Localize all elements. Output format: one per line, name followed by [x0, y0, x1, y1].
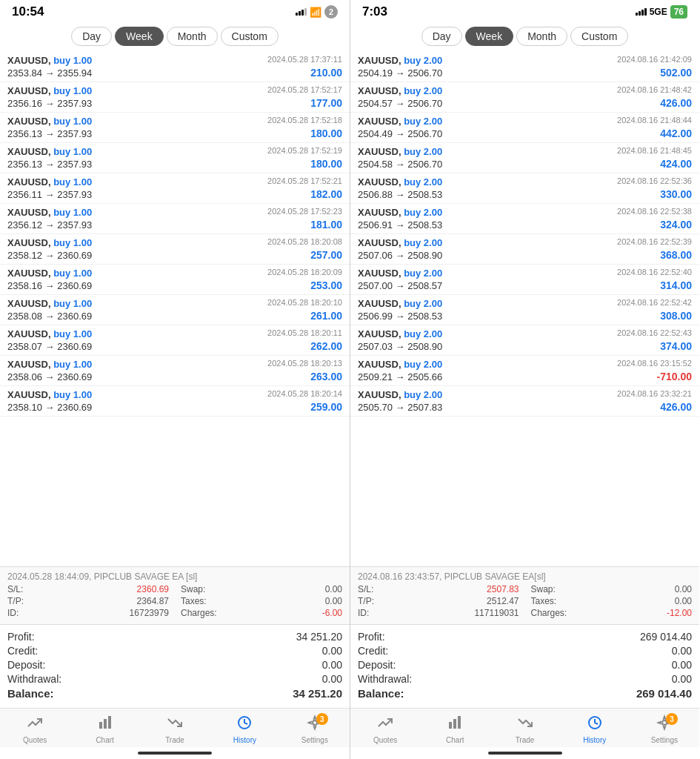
trade-price-range: 2504.49 → 2506.70: [358, 128, 442, 139]
table-row[interactable]: XAUUSD, buy 1.00 2024.05.28 17:52:17 235…: [0, 82, 350, 113]
tab-week-left[interactable]: Week: [115, 27, 164, 46]
tab-custom-left[interactable]: Custom: [221, 27, 279, 46]
tab-month-left[interactable]: Month: [167, 27, 218, 46]
balance-label-right: Balance:: [358, 687, 404, 700]
swap-label: Swap:: [181, 584, 205, 594]
tab-month-right[interactable]: Month: [516, 27, 567, 46]
table-row[interactable]: XAUUSD, buy 1.00 2024.05.28 18:20:11 235…: [0, 325, 350, 356]
trade-price-range: 2356.16 → 2357.93: [7, 98, 92, 109]
home-indicator-right: [350, 747, 699, 759]
sl-label: S/L:: [7, 584, 23, 594]
withdrawal-value-left: 0.00: [322, 673, 342, 685]
nav-label-trade-right: Trade: [516, 736, 535, 744]
trade-price-range: 2358.06 → 2360.69: [7, 371, 92, 382]
tab-day-left[interactable]: Day: [71, 27, 112, 46]
trade-list-right[interactable]: XAUUSD, buy 2.00 2024.08.16 21:42:09 250…: [350, 52, 699, 566]
trade-datetime: 2024.08.16 22:52:36: [617, 176, 692, 185]
table-row[interactable]: XAUUSD, buy 1.00 2024.05.28 17:52:19 235…: [0, 143, 350, 173]
nav-label-settings-right: Settings: [651, 736, 678, 744]
trade-profit: 257.00: [310, 249, 342, 261]
trade-symbol: XAUUSD, buy 2.00: [358, 328, 442, 339]
table-row[interactable]: XAUUSD, buy 2.00 2024.08.16 23:15:52 250…: [350, 356, 699, 386]
nav-label-history-right: History: [583, 736, 606, 744]
nav-trade-right[interactable]: Trade: [490, 715, 559, 744]
nav-trade-left[interactable]: Trade: [140, 715, 210, 744]
nav-chart-left[interactable]: Chart: [70, 715, 139, 744]
svg-rect-5: [449, 722, 452, 729]
trade-price-range: 2507.00 → 2508.57: [358, 280, 442, 291]
nav-settings-right[interactable]: 3 Settings: [630, 715, 699, 744]
table-row[interactable]: XAUUSD, buy 2.00 2024.08.16 22:52:40 250…: [350, 265, 699, 295]
trade-datetime: 2024.08.16 22:52:40: [617, 268, 692, 276]
table-row[interactable]: XAUUSD, buy 2.00 2024.08.16 22:52:39 250…: [350, 234, 699, 265]
settings-badge-right: 3: [666, 713, 678, 725]
id-label-right: ID:: [358, 608, 369, 618]
table-row[interactable]: XAUUSD, buy 1.00 2024.05.28 17:52:21 235…: [0, 173, 350, 204]
nav-settings-left[interactable]: 3 Settings: [280, 715, 350, 744]
table-row[interactable]: XAUUSD, buy 1.00 2024.05.28 18:20:09 235…: [0, 265, 350, 295]
table-row[interactable]: XAUUSD, buy 2.00 2024.08.16 22:52:36 250…: [350, 173, 699, 204]
taxes-value-right: 0.00: [675, 596, 692, 606]
table-row[interactable]: XAUUSD, buy 2.00 2024.08.16 21:48:45 250…: [350, 143, 699, 173]
trade-profit: 210.00: [310, 67, 342, 79]
credit-value-left: 0.00: [322, 645, 342, 657]
trade-price-range: 2358.12 → 2360.69: [7, 250, 92, 261]
trade-price-range: 2506.91 → 2508.53: [358, 219, 442, 231]
chart-icon-left: [97, 715, 113, 735]
table-row[interactable]: XAUUSD, buy 2.00 2024.08.16 23:32:21 250…: [350, 386, 699, 417]
balance-row-left: Balance: 34 251.20: [7, 687, 342, 700]
table-row[interactable]: XAUUSD, buy 2.00 2024.08.16 21:48:42 250…: [350, 82, 699, 113]
svg-rect-0: [99, 722, 102, 729]
trade-profit: 374.00: [660, 340, 692, 352]
table-row[interactable]: XAUUSD, buy 2.00 2024.08.16 22:52:38 250…: [350, 204, 699, 234]
trade-profit: 262.00: [310, 340, 342, 352]
summary-title-right: 2024.08.16 23:43:57, PIPCLUB SAVAGE EA[s…: [358, 571, 692, 582]
trade-symbol: XAUUSD, buy 1.00: [7, 237, 92, 248]
trade-datetime: 2024.05.28 18:20:08: [267, 237, 342, 246]
trade-profit: 442.00: [660, 127, 692, 139]
table-row[interactable]: XAUUSD, buy 2.00 2024.08.16 22:52:43 250…: [350, 325, 699, 356]
profit-label-right: Profit:: [358, 631, 385, 643]
bottom-nav-right: Quotes Chart Trade: [350, 708, 699, 747]
trade-datetime: 2024.05.28 18:20:10: [267, 298, 342, 307]
tab-day-right[interactable]: Day: [421, 27, 462, 46]
nav-label-quotes-left: Quotes: [23, 736, 47, 744]
swap-label-right: Swap:: [531, 584, 556, 594]
nav-quotes-left[interactable]: Quotes: [0, 715, 70, 744]
table-row[interactable]: XAUUSD, buy 1.00 2024.05.28 18:20:08 235…: [0, 234, 350, 265]
table-row[interactable]: XAUUSD, buy 1.00 2024.05.28 18:20:13 235…: [0, 356, 350, 386]
trade-datetime: 2024.08.16 21:48:44: [617, 116, 692, 125]
table-row[interactable]: XAUUSD, buy 1.00 2024.05.28 17:52:23 235…: [0, 204, 350, 234]
nav-quotes-right[interactable]: Quotes: [350, 715, 420, 744]
table-row[interactable]: XAUUSD, buy 1.00 2024.05.28 17:37:11 235…: [0, 52, 350, 82]
trade-symbol: XAUUSD, buy 2.00: [358, 116, 442, 127]
trade-profit: 308.00: [660, 310, 692, 322]
trade-datetime: 2024.05.28 17:37:11: [267, 55, 342, 64]
tp-label: T/P:: [7, 596, 24, 606]
trade-list-left[interactable]: XAUUSD, buy 1.00 2024.05.28 17:37:11 235…: [0, 52, 350, 566]
nav-history-right[interactable]: History: [560, 715, 630, 744]
nav-chart-right[interactable]: Chart: [420, 715, 490, 744]
trade-price-range: 2507.06 → 2508.90: [358, 250, 442, 261]
table-row[interactable]: XAUUSD, buy 2.00 2024.08.16 21:48:44 250…: [350, 113, 699, 143]
table-row[interactable]: XAUUSD, buy 1.00 2024.05.28 18:20:10 235…: [0, 295, 350, 325]
nav-label-settings-left: Settings: [301, 736, 328, 744]
trade-datetime: 2024.05.28 17:52:23: [267, 207, 342, 216]
trade-symbol: XAUUSD, buy 2.00: [358, 237, 442, 248]
tab-custom-right[interactable]: Custom: [570, 27, 628, 46]
sl-value-right: 2507.83: [487, 584, 519, 594]
charges-value-right: -12.00: [667, 608, 692, 618]
nav-history-left[interactable]: History: [210, 715, 279, 744]
trade-symbol: XAUUSD, buy 2.00: [358, 176, 442, 188]
trade-datetime: 2024.05.28 17:52:21: [267, 176, 342, 185]
tab-week-right[interactable]: Week: [465, 27, 514, 46]
trade-price-range: 2356.11 → 2357.93: [7, 189, 92, 200]
trade-profit: 181.00: [310, 219, 342, 231]
table-row[interactable]: XAUUSD, buy 2.00 2024.08.16 21:42:09 250…: [350, 52, 699, 82]
table-row[interactable]: XAUUSD, buy 1.00 2024.05.28 18:20:14 235…: [0, 386, 350, 417]
table-row[interactable]: XAUUSD, buy 2.00 2024.08.16 22:52:42 250…: [350, 295, 699, 325]
deposit-label-right: Deposit:: [358, 659, 396, 671]
table-row[interactable]: XAUUSD, buy 1.00 2024.05.28 17:52:18 235…: [0, 113, 350, 143]
trade-datetime: 2024.08.16 22:52:43: [617, 328, 692, 337]
trade-profit: 263.00: [310, 371, 342, 382]
